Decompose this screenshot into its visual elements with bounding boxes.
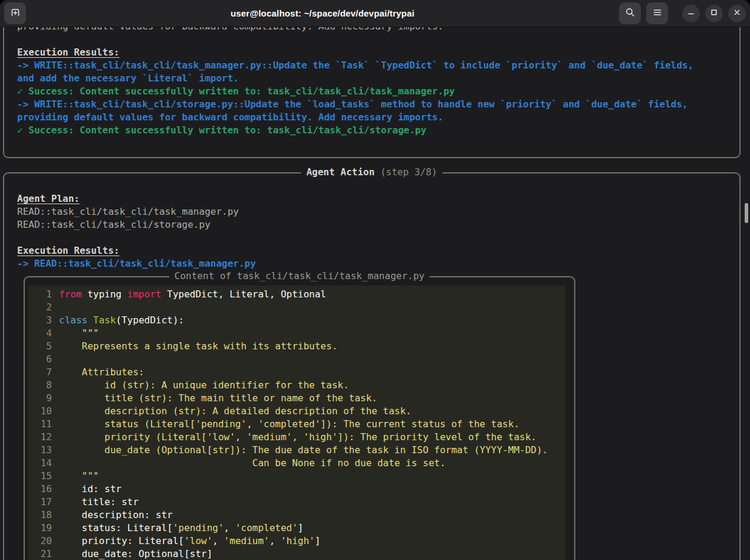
new-tab-icon [10,7,21,20]
line-number: 17 [28,496,59,509]
code-lines: 1from typing import TypedDict, Literal, … [28,288,565,560]
line-number: 1 [28,288,59,301]
code-line: 1from typing import TypedDict, Literal, … [28,288,565,301]
code-line: 16 id: str [28,483,565,496]
code-line: 5 Represents a single task with its attr… [28,340,565,353]
code-line: 10 description (str): A detailed descrip… [28,405,565,418]
line-number: 2 [28,301,59,314]
minimize-icon [686,8,696,19]
file-content-panel-title: Content of task_cli/task_cli/task_manage… [25,270,574,283]
search-icon [625,7,636,20]
code-block: 1from typing import TypedDict, Literal, … [28,286,565,560]
execution-results-header: Execution Results: [17,245,119,256]
scrollbar-thumb[interactable] [745,203,748,223]
new-tab-button[interactable] [4,2,26,24]
code-line: 11 status (Literal['pending', 'completed… [28,418,565,431]
command-line: and add the necessary `Literal` import. [17,72,726,85]
code-line: 4 """ [28,327,565,340]
code-line: 21 due_date: Optional[str] [28,548,565,560]
code-line: 7 Attributes: [28,366,565,379]
terminal-content[interactable]: providing default values for backward co… [0,27,750,560]
line-number: 3 [28,314,59,327]
read-command-line: -> READ::task_cli/task_cli/task_manager.… [17,257,726,270]
maximize-button[interactable] [705,5,723,22]
window-title: user@localhost: ~/space/dev/devpai/trypa… [26,8,619,18]
code-line: 8 id (str): A unique identifier for the … [28,379,565,392]
line-number: 9 [28,392,59,405]
blank-line [17,179,726,192]
line-number: 7 [28,366,59,379]
line-number: 6 [28,353,59,366]
titlebar: user@localhost: ~/space/dev/devpai/trypa… [0,0,750,27]
code-line: 17 title: str [28,496,565,509]
command-line: -> WRITE::task_cli/task_cli/storage.py::… [17,98,726,111]
code-line: 6 [28,353,565,366]
code-line: 19 status: Literal['pending', 'completed… [28,522,565,535]
plan-line: READ::task_cli/task_cli/task_manager.py [17,205,726,218]
success-line: ✓ Success: Content successfully written … [17,85,726,98]
code-line: 9 title (str): The main title or name of… [28,392,565,405]
line-number: 19 [28,522,59,535]
file-content-panel: Content of task_cli/task_cli/task_manage… [24,276,575,560]
code-line: 2 [28,301,565,314]
agent-action-panel: Agent Action (step 3/8) Agent Plan: READ… [3,172,741,560]
line-number: 4 [28,327,59,340]
search-button[interactable] [619,2,641,24]
code-line: 20 priority: Literal['low', 'medium', 'h… [28,535,565,548]
line-number: 18 [28,509,59,522]
close-button[interactable] [728,5,746,22]
command-line: providing default values for backward co… [17,111,726,124]
success-line: ✓ Success: Content successfully written … [17,124,726,137]
line-number: 16 [28,483,59,496]
line-number: 13 [28,444,59,457]
clipped-line: providing default values for backward co… [17,27,726,33]
terminal-window: user@localhost: ~/space/dev/devpai/trypa… [0,0,750,560]
line-number: 14 [28,457,59,470]
agent-action-panel-title: Agent Action (step 3/8) [4,166,739,179]
plan-line: READ::task_cli/task_cli/storage.py [17,218,726,231]
line-number: 20 [28,535,59,548]
agent-plan-header: Agent Plan: [17,193,80,204]
blank-line [17,33,726,46]
code-line: 3class Task(TypedDict): [28,314,565,327]
hamburger-menu-icon [652,7,663,20]
code-line: 14 Can be None if no due date is set. [28,457,565,470]
code-line: 18 description: str [28,509,565,522]
command-line: -> WRITE::task_cli/task_cli/task_manager… [17,59,726,72]
minimize-button[interactable] [682,5,700,22]
execution-results-list: -> WRITE::task_cli/task_cli/task_manager… [17,59,726,137]
line-number: 8 [28,379,59,392]
previous-action-panel: providing default values for backward co… [3,27,741,158]
execution-results-header: Execution Results: [17,47,119,58]
line-number: 15 [28,470,59,483]
blank-line [17,231,726,244]
line-number: 12 [28,431,59,444]
maximize-icon [709,8,719,19]
code-line: 15 """ [28,470,565,483]
menu-button[interactable] [646,2,668,24]
line-number: 11 [28,418,59,431]
code-line: 12 priority (Literal['low', 'medium', 'h… [28,431,565,444]
line-number: 10 [28,405,59,418]
blank-line [17,137,726,150]
close-icon [732,8,742,19]
line-number: 5 [28,340,59,353]
line-number: 21 [28,548,59,560]
code-line: 13 due_date (Optional[str]): The due dat… [28,444,565,457]
agent-plan-list: READ::task_cli/task_cli/task_manager.pyR… [17,205,726,231]
